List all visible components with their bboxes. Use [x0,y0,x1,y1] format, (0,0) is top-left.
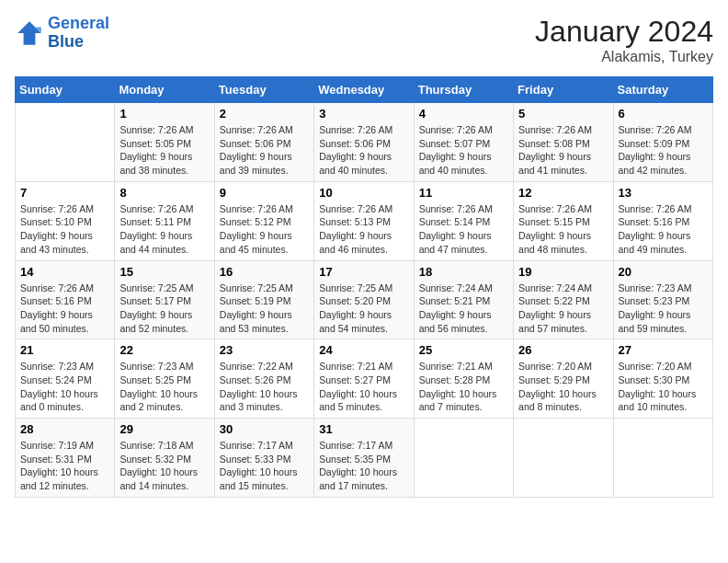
daylight-text: Daylight: 9 hours and 50 minutes. [20,308,109,335]
daylight-text: Daylight: 9 hours and 40 minutes. [419,150,508,177]
day-number: 10 [319,186,408,200]
sunrise-text: Sunrise: 7:23 AM [619,282,708,295]
calendar-week-row: 7 Sunrise: 7:26 AM Sunset: 5:10 PM Dayli… [16,181,713,260]
daylight-text: Daylight: 9 hours and 48 minutes. [518,229,608,256]
sunset-text: Sunset: 5:32 PM [119,453,209,466]
daylight-text: Daylight: 9 hours and 41 minutes. [518,150,608,177]
sunrise-text: Sunrise: 7:17 AM [220,439,309,453]
daylight-text: Daylight: 10 hours and 17 minutes. [319,465,408,492]
daylight-text: Daylight: 10 hours and 10 minutes. [619,387,708,414]
day-info: Sunrise: 7:24 AM Sunset: 5:22 PM Dayligh… [518,282,608,336]
calendar-cell: 4 Sunrise: 7:26 AM Sunset: 5:07 PM Dayli… [414,103,513,182]
sunset-text: Sunset: 5:31 PM [20,453,109,466]
sunrise-text: Sunrise: 7:26 AM [220,202,309,216]
day-number: 29 [119,422,209,436]
sunrise-text: Sunrise: 7:17 AM [319,439,408,453]
sunrise-text: Sunrise: 7:21 AM [419,360,508,373]
calendar-cell: 13 Sunrise: 7:26 AM Sunset: 5:16 PM Dayl… [613,181,712,260]
day-number: 26 [518,343,608,357]
sunrise-text: Sunrise: 7:22 AM [220,360,309,373]
calendar-cell: 3 Sunrise: 7:26 AM Sunset: 5:06 PM Dayli… [314,103,414,182]
weekday-header-wednesday: Wednesday [314,77,414,103]
daylight-text: Daylight: 9 hours and 38 minutes. [119,150,209,177]
sunset-text: Sunset: 5:27 PM [319,373,408,387]
sunrise-text: Sunrise: 7:25 AM [319,282,408,295]
weekday-header-saturday: Saturday [613,77,712,103]
day-number: 5 [518,107,608,121]
day-info: Sunrise: 7:17 AM Sunset: 5:33 PM Dayligh… [220,439,309,493]
day-number: 30 [220,422,309,436]
sunrise-text: Sunrise: 7:25 AM [220,282,309,295]
day-info: Sunrise: 7:20 AM Sunset: 5:30 PM Dayligh… [619,360,708,414]
day-number: 8 [119,186,209,200]
sunrise-text: Sunrise: 7:26 AM [518,123,608,137]
sunset-text: Sunset: 5:26 PM [220,373,309,387]
daylight-text: Daylight: 9 hours and 52 minutes. [119,308,209,335]
calendar-table: SundayMondayTuesdayWednesdayThursdayFrid… [15,76,713,498]
logo-text: General Blue [48,15,109,52]
sunset-text: Sunset: 5:17 PM [119,294,209,308]
day-info: Sunrise: 7:19 AM Sunset: 5:31 PM Dayligh… [20,439,109,493]
sunset-text: Sunset: 5:33 PM [220,453,309,466]
sunset-text: Sunset: 5:06 PM [319,137,408,151]
daylight-text: Daylight: 9 hours and 53 minutes. [220,308,309,335]
day-number: 7 [20,186,109,200]
sunset-text: Sunset: 5:30 PM [619,373,708,387]
sunrise-text: Sunrise: 7:26 AM [119,202,209,216]
day-number: 3 [319,107,408,121]
sunset-text: Sunset: 5:16 PM [619,215,708,229]
sunrise-text: Sunrise: 7:20 AM [619,360,708,373]
sunset-text: Sunset: 5:29 PM [518,373,608,387]
calendar-cell: 28 Sunrise: 7:19 AM Sunset: 5:31 PM Dayl… [16,419,115,498]
calendar-cell [414,419,513,498]
day-number: 9 [220,186,309,200]
day-info: Sunrise: 7:26 AM Sunset: 5:07 PM Dayligh… [419,123,508,178]
daylight-text: Daylight: 9 hours and 59 minutes. [619,308,708,335]
daylight-text: Daylight: 9 hours and 44 minutes. [119,229,209,256]
calendar-cell: 7 Sunrise: 7:26 AM Sunset: 5:10 PM Dayli… [16,181,115,260]
daylight-text: Daylight: 9 hours and 40 minutes. [319,150,408,177]
weekday-header-friday: Friday [514,77,613,103]
calendar-cell: 24 Sunrise: 7:21 AM Sunset: 5:27 PM Dayl… [314,339,414,419]
location-title: Alakamis, Turkey [535,49,713,65]
sunset-text: Sunset: 5:09 PM [619,137,708,151]
calendar-cell: 20 Sunrise: 7:23 AM Sunset: 5:23 PM Dayl… [613,260,712,339]
sunset-text: Sunset: 5:16 PM [20,294,109,308]
calendar-cell: 9 Sunrise: 7:26 AM Sunset: 5:12 PM Dayli… [214,181,313,260]
sunrise-text: Sunrise: 7:26 AM [619,123,708,137]
sunrise-text: Sunrise: 7:26 AM [319,123,408,137]
sunrise-text: Sunrise: 7:26 AM [319,202,408,216]
day-number: 23 [220,343,309,357]
day-number: 19 [518,265,608,279]
calendar-cell: 11 Sunrise: 7:26 AM Sunset: 5:14 PM Dayl… [414,181,513,260]
day-number: 25 [419,343,508,357]
day-info: Sunrise: 7:21 AM Sunset: 5:28 PM Dayligh… [419,360,508,414]
calendar-cell: 18 Sunrise: 7:24 AM Sunset: 5:21 PM Dayl… [414,260,513,339]
month-title: January 2024 [535,15,713,49]
day-info: Sunrise: 7:23 AM Sunset: 5:24 PM Dayligh… [20,360,109,414]
day-info: Sunrise: 7:26 AM Sunset: 5:16 PM Dayligh… [619,202,708,257]
day-info: Sunrise: 7:25 AM Sunset: 5:17 PM Dayligh… [119,282,209,336]
calendar-cell: 21 Sunrise: 7:23 AM Sunset: 5:24 PM Dayl… [16,339,115,419]
day-number: 27 [619,343,708,357]
day-info: Sunrise: 7:24 AM Sunset: 5:21 PM Dayligh… [419,282,508,336]
sunset-text: Sunset: 5:25 PM [119,373,209,387]
day-info: Sunrise: 7:26 AM Sunset: 5:06 PM Dayligh… [220,123,309,178]
day-info: Sunrise: 7:26 AM Sunset: 5:09 PM Dayligh… [619,123,708,178]
sunrise-text: Sunrise: 7:26 AM [518,202,608,216]
logo-icon [15,18,44,48]
day-number: 16 [220,265,309,279]
calendar-cell: 30 Sunrise: 7:17 AM Sunset: 5:33 PM Dayl… [214,419,313,498]
daylight-text: Daylight: 9 hours and 49 minutes. [619,229,708,256]
day-number: 14 [20,265,109,279]
weekday-header-monday: Monday [115,77,214,103]
calendar-cell: 22 Sunrise: 7:23 AM Sunset: 5:25 PM Dayl… [115,339,214,419]
calendar-cell: 17 Sunrise: 7:25 AM Sunset: 5:20 PM Dayl… [314,260,414,339]
sunset-text: Sunset: 5:20 PM [319,294,408,308]
day-info: Sunrise: 7:20 AM Sunset: 5:29 PM Dayligh… [518,360,608,414]
daylight-text: Daylight: 9 hours and 57 minutes. [518,308,608,335]
calendar-cell: 6 Sunrise: 7:26 AM Sunset: 5:09 PM Dayli… [613,103,712,182]
sunrise-text: Sunrise: 7:26 AM [20,282,109,295]
sunrise-text: Sunrise: 7:24 AM [419,282,508,295]
page-header: General Blue January 2024 Alakamis, Turk… [15,15,713,65]
